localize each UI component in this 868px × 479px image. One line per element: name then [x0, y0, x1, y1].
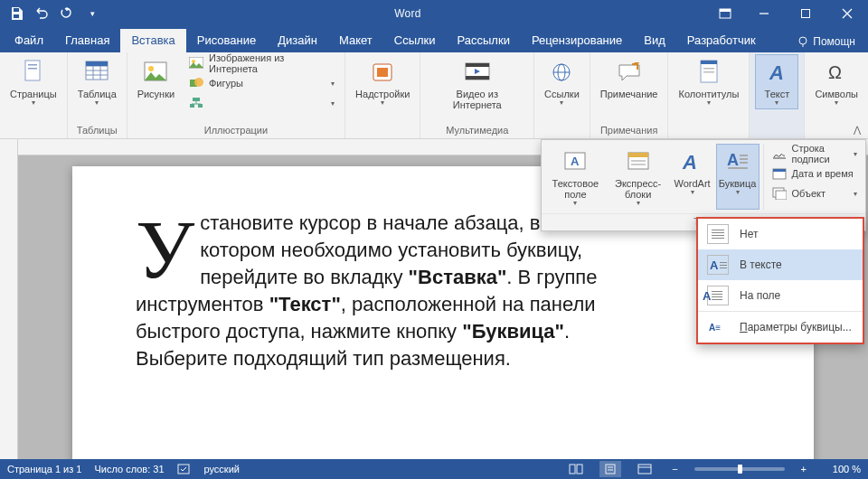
tab-view[interactable]: Вид [633, 29, 676, 52]
svg-text:A: A [682, 151, 697, 173]
tab-design[interactable]: Дизайн [267, 29, 328, 52]
statusbar: Страница 1 из 1 Число слов: 31 русский −… [0, 459, 868, 479]
redo-icon[interactable] [56, 3, 78, 24]
svg-rect-24 [198, 104, 203, 108]
view-print-layout[interactable] [599, 461, 621, 477]
text-button[interactable]: A Текст ▾ [755, 54, 798, 109]
header-footer-button[interactable]: Колонтитулы ▾ [674, 54, 743, 109]
more-illustrations-button[interactable]: ▾ [184, 94, 339, 112]
quickparts-button[interactable]: Экспресс-блоки ▾ [608, 144, 669, 210]
svg-rect-15 [86, 61, 108, 66]
dropcap-options-label: Параметры буквицы... [740, 321, 852, 333]
chevron-down-icon: ▾ [331, 81, 335, 87]
minimize-button[interactable] [743, 0, 785, 27]
customize-qat-icon[interactable]: ▾ [81, 3, 103, 24]
svg-point-17 [148, 66, 154, 71]
links-button[interactable]: Ссылки ▾ [540, 54, 584, 109]
comment-button[interactable]: + Примечание [596, 54, 663, 103]
close-button[interactable] [826, 0, 868, 27]
dropcap-none-icon [707, 224, 729, 244]
textbox-button[interactable]: A Текстовое поле ▾ [545, 144, 606, 210]
status-word-count[interactable]: Число слов: 31 [94, 464, 164, 474]
svg-text:Ω: Ω [828, 62, 842, 82]
view-read-mode[interactable] [565, 461, 587, 477]
dropcap-button[interactable]: A Буквица ▾ [716, 144, 760, 210]
zoom-out-button[interactable]: − [668, 464, 681, 474]
chevron-down-icon: ▾ [736, 190, 740, 195]
tab-references[interactable]: Ссылки [383, 29, 447, 52]
tab-mailings[interactable]: Рассылки [447, 29, 521, 52]
zoom-in-button[interactable]: + [797, 464, 810, 474]
smartart-icon [189, 96, 203, 110]
tab-file[interactable]: Файл [4, 29, 54, 52]
addins-button[interactable]: Надстройки ▾ [351, 54, 414, 109]
proofing-icon[interactable] [177, 463, 192, 475]
addins-icon [368, 58, 397, 87]
dropcap-letter: У [136, 210, 200, 282]
tab-home[interactable]: Главная [54, 29, 120, 52]
signature-line-button[interactable]: Строка подписи ▾ [768, 144, 862, 164]
status-page[interactable]: Страница 1 из 1 [7, 464, 81, 474]
svg-rect-23 [190, 104, 194, 108]
comment-icon: + [615, 58, 644, 87]
quickparts-icon [624, 147, 653, 176]
ribbon-group-text: A Текст ▾ [750, 52, 805, 138]
pictures-button[interactable]: Рисунки [133, 54, 179, 103]
textbox-label: Текстовое поле [550, 178, 601, 200]
tab-draw[interactable]: Рисование [186, 29, 267, 52]
vertical-ruler[interactable] [0, 139, 18, 459]
svg-rect-2 [720, 9, 731, 12]
dropcap-options-button[interactable]: A≡ Параметры буквицы... [698, 311, 863, 343]
maximize-button[interactable] [785, 0, 826, 27]
tab-developer[interactable]: Разработчик [676, 29, 767, 52]
chevron-down-icon: ▾ [381, 100, 384, 106]
chevron-down-icon: ▾ [835, 100, 838, 106]
online-video-button[interactable]: Видео из Интернета [426, 54, 528, 114]
page-icon [19, 58, 48, 87]
link-icon [547, 58, 576, 87]
text-icon: A [762, 58, 791, 87]
ribbon-group-tables: Таблица ▾ Таблицы [68, 52, 127, 138]
wordart-button[interactable]: A WordArt ▾ [671, 144, 714, 210]
tab-insert[interactable]: Вставка [120, 29, 185, 52]
picture-icon [141, 58, 170, 87]
tab-layout[interactable]: Макет [328, 29, 383, 52]
ribbon-group-media: Видео из Интернета Мультимедиa [420, 52, 534, 138]
view-web-layout[interactable] [634, 461, 656, 477]
svg-rect-26 [377, 68, 388, 77]
undo-icon[interactable] [31, 3, 52, 24]
datetime-button[interactable]: Дата и время [768, 164, 862, 183]
dropcap-option-margin[interactable]: A На поле [698, 280, 863, 311]
object-button[interactable]: Объект ▾ [768, 183, 862, 203]
save-icon[interactable] [5, 3, 27, 24]
table-button[interactable]: Таблица ▾ [73, 54, 121, 109]
dropcap-option-intext[interactable]: A В тексте [698, 249, 863, 280]
online-video-label: Видео из Интернета [430, 89, 524, 110]
tab-review[interactable]: Рецензирование [521, 29, 633, 52]
svg-rect-6 [25, 61, 40, 80]
tell-me-search[interactable]: Помощн [788, 31, 864, 52]
chevron-down-icon: ▾ [95, 100, 99, 106]
wordart-icon: A [678, 147, 707, 176]
shapes-button[interactable]: Фигуры ▾ [184, 74, 339, 92]
pages-button[interactable]: Страницы ▾ [5, 54, 61, 109]
ribbon-group-addins: Надстройки ▾ [345, 52, 420, 138]
status-language[interactable]: русский [204, 464, 240, 474]
ribbon-display-options-icon[interactable] [707, 3, 743, 24]
zoom-level[interactable]: 100 % [823, 464, 861, 474]
svg-rect-37 [703, 71, 714, 73]
zoom-slider[interactable] [694, 467, 785, 471]
svg-rect-48 [740, 155, 748, 156]
header-footer-icon [694, 58, 723, 87]
svg-rect-35 [701, 61, 717, 64]
comments-group-label: Примечания [596, 123, 663, 138]
svg-rect-56 [776, 191, 787, 200]
shapes-icon [189, 76, 203, 90]
collapse-ribbon-icon[interactable]: ⋀ [854, 125, 861, 135]
svg-rect-28 [466, 63, 489, 67]
paragraph[interactable]: У становите курсор в начале абзаца, в ко… [136, 210, 750, 372]
svg-rect-63 [638, 465, 651, 474]
symbols-button[interactable]: Ω Символы ▾ [810, 54, 863, 109]
online-pictures-button[interactable]: Изображения из Интернета [184, 54, 339, 72]
dropcap-option-none[interactable]: Нет [698, 219, 863, 249]
